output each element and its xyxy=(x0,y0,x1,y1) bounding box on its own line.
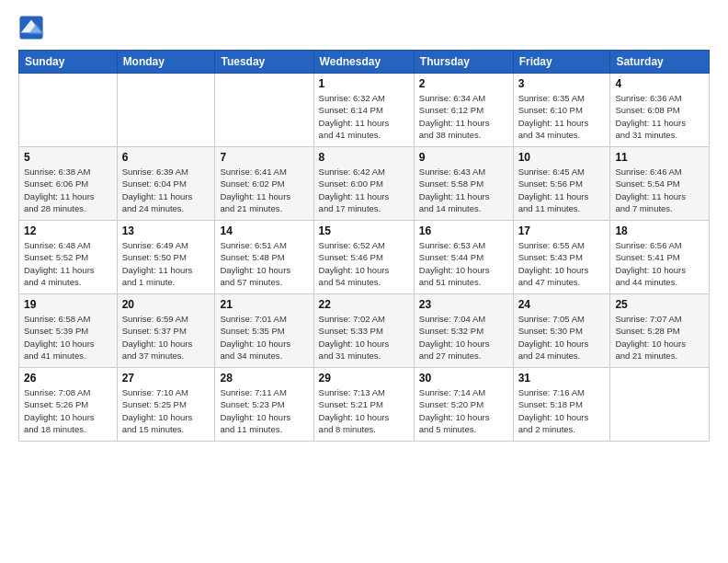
calendar-header-tuesday: Tuesday xyxy=(215,51,313,74)
calendar-cell: 3Sunrise: 6:35 AM Sunset: 6:10 PM Daylig… xyxy=(513,74,610,147)
calendar-header-saturday: Saturday xyxy=(610,51,710,74)
calendar-header-wednesday: Wednesday xyxy=(313,51,414,74)
day-info: Sunrise: 7:01 AM Sunset: 5:35 PM Dayligh… xyxy=(220,313,308,362)
calendar-cell: 2Sunrise: 6:34 AM Sunset: 6:12 PM Daylig… xyxy=(414,74,513,147)
calendar-cell: 6Sunrise: 6:39 AM Sunset: 6:04 PM Daylig… xyxy=(117,147,215,221)
calendar-cell: 7Sunrise: 6:41 AM Sunset: 6:02 PM Daylig… xyxy=(215,147,313,221)
day-number: 26 xyxy=(24,372,112,385)
calendar-cell: 12Sunrise: 6:48 AM Sunset: 5:52 PM Dayli… xyxy=(19,221,118,294)
day-info: Sunrise: 6:52 AM Sunset: 5:46 PM Dayligh… xyxy=(319,239,409,288)
calendar-cell: 30Sunrise: 7:14 AM Sunset: 5:20 PM Dayli… xyxy=(414,368,513,442)
calendar-cell: 24Sunrise: 7:05 AM Sunset: 5:30 PM Dayli… xyxy=(513,294,610,368)
calendar-cell: 1Sunrise: 6:32 AM Sunset: 6:14 PM Daylig… xyxy=(313,74,414,147)
calendar-cell: 4Sunrise: 6:36 AM Sunset: 6:08 PM Daylig… xyxy=(610,74,710,147)
day-info: Sunrise: 6:58 AM Sunset: 5:39 PM Dayligh… xyxy=(24,313,112,362)
calendar-cell: 21Sunrise: 7:01 AM Sunset: 5:35 PM Dayli… xyxy=(215,294,313,368)
calendar-cell: 14Sunrise: 6:51 AM Sunset: 5:48 PM Dayli… xyxy=(215,221,313,294)
day-info: Sunrise: 6:39 AM Sunset: 6:04 PM Dayligh… xyxy=(122,166,210,214)
day-number: 5 xyxy=(24,151,112,164)
calendar-cell: 27Sunrise: 7:10 AM Sunset: 5:25 PM Dayli… xyxy=(117,368,215,442)
day-info: Sunrise: 6:38 AM Sunset: 6:06 PM Dayligh… xyxy=(24,166,112,214)
day-info: Sunrise: 6:55 AM Sunset: 5:43 PM Dayligh… xyxy=(518,239,606,288)
calendar-week-row: 26Sunrise: 7:08 AM Sunset: 5:26 PM Dayli… xyxy=(19,368,710,442)
day-number: 23 xyxy=(419,298,508,311)
day-number: 30 xyxy=(419,372,508,385)
calendar-cell xyxy=(610,368,710,442)
day-info: Sunrise: 6:53 AM Sunset: 5:44 PM Dayligh… xyxy=(419,239,508,288)
day-info: Sunrise: 7:16 AM Sunset: 5:18 PM Dayligh… xyxy=(518,386,606,435)
calendar-cell: 19Sunrise: 6:58 AM Sunset: 5:39 PM Dayli… xyxy=(19,294,118,368)
calendar-cell: 26Sunrise: 7:08 AM Sunset: 5:26 PM Dayli… xyxy=(19,368,118,442)
day-info: Sunrise: 6:43 AM Sunset: 5:58 PM Dayligh… xyxy=(419,166,508,214)
header xyxy=(18,15,710,40)
day-number: 24 xyxy=(518,298,606,311)
day-info: Sunrise: 6:49 AM Sunset: 5:50 PM Dayligh… xyxy=(122,239,210,288)
calendar-header-monday: Monday xyxy=(117,51,215,74)
day-info: Sunrise: 7:14 AM Sunset: 5:20 PM Dayligh… xyxy=(419,386,508,435)
day-info: Sunrise: 7:11 AM Sunset: 5:23 PM Dayligh… xyxy=(220,386,308,435)
calendar-header-thursday: Thursday xyxy=(414,51,513,74)
calendar-cell: 23Sunrise: 7:04 AM Sunset: 5:32 PM Dayli… xyxy=(414,294,513,368)
day-info: Sunrise: 6:51 AM Sunset: 5:48 PM Dayligh… xyxy=(220,239,308,288)
day-info: Sunrise: 7:10 AM Sunset: 5:25 PM Dayligh… xyxy=(122,386,210,435)
calendar-cell: 16Sunrise: 6:53 AM Sunset: 5:44 PM Dayli… xyxy=(414,221,513,294)
day-info: Sunrise: 7:04 AM Sunset: 5:32 PM Dayligh… xyxy=(419,313,508,362)
day-number: 18 xyxy=(615,224,704,237)
calendar-week-row: 12Sunrise: 6:48 AM Sunset: 5:52 PM Dayli… xyxy=(19,221,710,294)
day-info: Sunrise: 6:34 AM Sunset: 6:12 PM Dayligh… xyxy=(419,92,508,141)
calendar-cell: 22Sunrise: 7:02 AM Sunset: 5:33 PM Dayli… xyxy=(313,294,414,368)
calendar-header-friday: Friday xyxy=(513,51,610,74)
day-number: 22 xyxy=(319,298,409,311)
day-info: Sunrise: 6:42 AM Sunset: 6:00 PM Dayligh… xyxy=(319,166,409,214)
day-number: 12 xyxy=(24,224,112,237)
day-number: 20 xyxy=(122,298,210,311)
calendar-cell: 25Sunrise: 7:07 AM Sunset: 5:28 PM Dayli… xyxy=(610,294,710,368)
day-number: 9 xyxy=(419,151,508,164)
day-info: Sunrise: 6:36 AM Sunset: 6:08 PM Dayligh… xyxy=(615,92,704,141)
day-number: 7 xyxy=(220,151,308,164)
day-info: Sunrise: 7:08 AM Sunset: 5:26 PM Dayligh… xyxy=(24,386,112,435)
day-number: 31 xyxy=(518,372,606,385)
calendar-cell: 8Sunrise: 6:42 AM Sunset: 6:00 PM Daylig… xyxy=(313,147,414,221)
day-number: 2 xyxy=(419,77,508,90)
day-number: 3 xyxy=(518,77,606,90)
day-info: Sunrise: 6:56 AM Sunset: 5:41 PM Dayligh… xyxy=(615,239,704,288)
calendar-table: SundayMondayTuesdayWednesdayThursdayFrid… xyxy=(18,50,710,442)
calendar-cell: 17Sunrise: 6:55 AM Sunset: 5:43 PM Dayli… xyxy=(513,221,610,294)
calendar-cell: 13Sunrise: 6:49 AM Sunset: 5:50 PM Dayli… xyxy=(117,221,215,294)
day-number: 15 xyxy=(319,224,409,237)
calendar-cell: 29Sunrise: 7:13 AM Sunset: 5:21 PM Dayli… xyxy=(313,368,414,442)
calendar-cell: 15Sunrise: 6:52 AM Sunset: 5:46 PM Dayli… xyxy=(313,221,414,294)
day-number: 19 xyxy=(24,298,112,311)
calendar-cell xyxy=(215,74,313,147)
page: SundayMondayTuesdayWednesdayThursdayFrid… xyxy=(0,0,728,563)
calendar-header-sunday: Sunday xyxy=(19,51,118,74)
calendar-week-row: 19Sunrise: 6:58 AM Sunset: 5:39 PM Dayli… xyxy=(19,294,710,368)
day-number: 14 xyxy=(220,224,308,237)
day-number: 28 xyxy=(220,372,308,385)
calendar-cell: 20Sunrise: 6:59 AM Sunset: 5:37 PM Dayli… xyxy=(117,294,215,368)
day-info: Sunrise: 6:59 AM Sunset: 5:37 PM Dayligh… xyxy=(122,313,210,362)
logo-icon xyxy=(18,15,44,40)
calendar-cell: 11Sunrise: 6:46 AM Sunset: 5:54 PM Dayli… xyxy=(610,147,710,221)
calendar-header-row: SundayMondayTuesdayWednesdayThursdayFrid… xyxy=(19,51,710,74)
calendar-cell: 9Sunrise: 6:43 AM Sunset: 5:58 PM Daylig… xyxy=(414,147,513,221)
day-number: 13 xyxy=(122,224,210,237)
day-info: Sunrise: 6:48 AM Sunset: 5:52 PM Dayligh… xyxy=(24,239,112,288)
calendar-cell: 10Sunrise: 6:45 AM Sunset: 5:56 PM Dayli… xyxy=(513,147,610,221)
day-info: Sunrise: 7:05 AM Sunset: 5:30 PM Dayligh… xyxy=(518,313,606,362)
calendar-cell xyxy=(19,74,118,147)
day-number: 17 xyxy=(518,224,606,237)
calendar-week-row: 1Sunrise: 6:32 AM Sunset: 6:14 PM Daylig… xyxy=(19,74,710,147)
logo xyxy=(18,15,48,40)
day-info: Sunrise: 6:35 AM Sunset: 6:10 PM Dayligh… xyxy=(518,92,606,141)
day-info: Sunrise: 6:41 AM Sunset: 6:02 PM Dayligh… xyxy=(220,166,308,214)
day-number: 10 xyxy=(518,151,606,164)
day-number: 6 xyxy=(122,151,210,164)
day-number: 4 xyxy=(615,77,704,90)
calendar-week-row: 5Sunrise: 6:38 AM Sunset: 6:06 PM Daylig… xyxy=(19,147,710,221)
day-number: 25 xyxy=(615,298,704,311)
day-number: 8 xyxy=(319,151,409,164)
day-number: 21 xyxy=(220,298,308,311)
day-info: Sunrise: 7:07 AM Sunset: 5:28 PM Dayligh… xyxy=(615,313,704,362)
